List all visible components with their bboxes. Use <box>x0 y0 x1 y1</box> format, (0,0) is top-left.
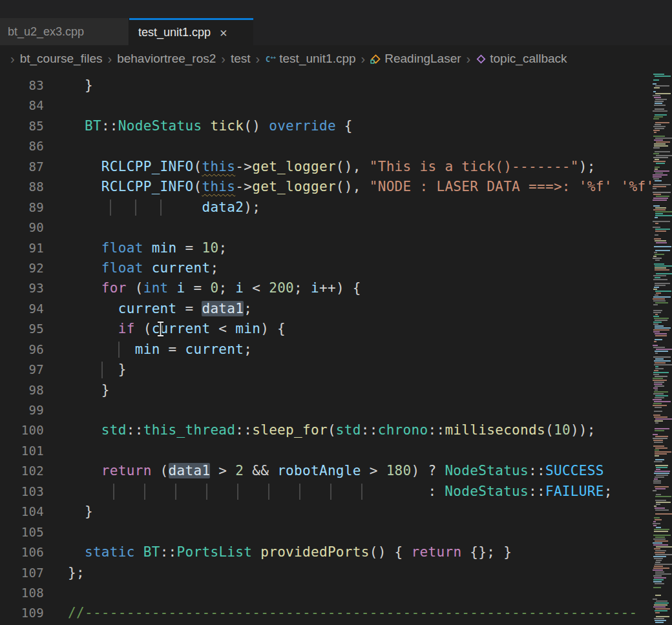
minimap-line <box>655 327 671 329</box>
code-line[interactable]: 95 if (current < min) { <box>0 319 651 339</box>
minimap-line <box>655 103 662 104</box>
close-icon[interactable]: × <box>220 26 227 39</box>
line-number: 90 <box>0 218 44 238</box>
code-line[interactable]: 106 static BT::PortsList providedPorts()… <box>0 542 651 562</box>
code-token: ( <box>545 422 554 438</box>
tab-bt_u2_ex3[interactable]: bt_u2_ex3.cpp <box>0 18 129 45</box>
code-token: current <box>185 342 244 357</box>
code-token: get_logger <box>252 179 336 194</box>
code-token: this <box>202 159 235 174</box>
minimap-line <box>656 163 666 164</box>
code-token: } <box>68 382 110 398</box>
breadcrumb-item[interactable]: behaviortree_ros2 <box>117 52 216 66</box>
code-token: 180 <box>386 463 412 478</box>
code-line[interactable]: 92 float current; <box>0 258 651 278</box>
code-line[interactable]: 104 } <box>0 502 651 522</box>
code-line[interactable]: 84 <box>0 96 651 116</box>
minimap-line <box>653 227 660 228</box>
code-token: :: <box>361 422 378 438</box>
minimap-line <box>653 176 662 178</box>
code-token: NodeStatus <box>445 484 529 499</box>
code-text: data2); <box>44 198 260 218</box>
code-text: }; <box>44 563 85 583</box>
code-token: ( <box>328 422 336 438</box>
code-token <box>68 342 135 357</box>
code-line[interactable]: 101 <box>0 441 651 461</box>
code-token: < <box>244 280 269 296</box>
code-line[interactable]: 100 std::this_thread::sleep_for(std::chr… <box>0 420 651 440</box>
minimap-line <box>655 385 664 387</box>
line-number: 105 <box>0 522 44 542</box>
minimap-line <box>653 74 664 75</box>
breadcrumb-label: topic_callback <box>490 52 567 66</box>
minimap-line <box>653 279 667 280</box>
code-line[interactable]: 88 RCLCPP_INFO(this->get_logger(), "NODE… <box>0 177 651 197</box>
code-token: get_logger <box>252 159 336 174</box>
minimap-line <box>653 556 666 557</box>
code-token <box>68 321 118 336</box>
breadcrumb-item[interactable]: ReadingLaser <box>370 52 461 66</box>
minimap[interactable] <box>651 72 672 625</box>
minimap-line <box>653 188 656 189</box>
code-line[interactable]: 85 BT::NodeStatus tick() override { <box>0 116 651 136</box>
code-line[interactable]: 90 <box>0 218 651 238</box>
code-line[interactable]: 94 current = data1; <box>0 299 651 319</box>
code-token: ( <box>152 463 169 478</box>
minimap-line <box>654 170 669 172</box>
code-token: = <box>185 280 211 296</box>
indent-guide <box>268 484 269 500</box>
code-line[interactable]: 98 } <box>0 380 651 400</box>
code-token <box>68 260 101 276</box>
breadcrumb-item[interactable]: C++test_unit1.cpp <box>265 52 355 66</box>
code-token: :: <box>127 422 143 438</box>
minimap-line <box>653 186 666 187</box>
minimap-line <box>655 285 666 286</box>
code-line[interactable]: 87 RCLCPP_INFO(this->get_logger(), "This… <box>0 157 651 177</box>
breadcrumb-item[interactable]: bt_course_files <box>20 52 103 66</box>
minimap-line <box>654 391 669 393</box>
minimap-line <box>653 399 662 400</box>
minimap-line <box>654 116 662 118</box>
code-line[interactable]: 91 float min = 10; <box>0 238 651 258</box>
code-line[interactable]: 93 for (int i = 0; i < 200; i++) { <box>0 278 651 298</box>
code-line[interactable]: 99 <box>0 400 651 420</box>
breadcrumb-item[interactable]: topic_callback <box>476 52 567 66</box>
minimap-line <box>655 610 667 611</box>
code-line[interactable]: 107}; <box>0 563 651 583</box>
code-token <box>68 422 101 438</box>
code-line[interactable]: 105 <box>0 522 651 542</box>
code-line[interactable]: 86 <box>0 136 651 156</box>
code-token: 10 <box>202 240 218 256</box>
code-line[interactable]: 103 : NodeStatus::FAILURE; <box>0 482 651 502</box>
minimap-line <box>653 345 658 346</box>
code-line[interactable]: 109//-----------------------------------… <box>0 603 651 623</box>
code-token <box>68 301 118 316</box>
breadcrumb-item[interactable]: test <box>231 52 251 66</box>
code-line[interactable]: 108 <box>0 583 651 603</box>
code-text: current = data1; <box>44 299 252 319</box>
code-line[interactable]: 102 return (data1 > 2 && robotAngle > 18… <box>0 461 651 481</box>
minimap-line <box>655 550 666 551</box>
minimap-line <box>653 194 661 195</box>
code-token: }; <box>68 565 85 580</box>
code-token: ); <box>244 200 260 215</box>
minimap-line <box>654 360 671 362</box>
code-text <box>44 522 68 542</box>
code-token: i <box>235 280 244 296</box>
minimap-line <box>655 108 664 110</box>
code-line[interactable]: 97 } <box>0 360 651 380</box>
minimap-line <box>653 568 669 569</box>
code-text <box>44 583 68 603</box>
code-token: = <box>177 301 202 316</box>
minimap-line <box>655 223 658 224</box>
line-number: 100 <box>0 420 44 440</box>
code-line[interactable]: 83 } <box>0 76 651 96</box>
code-token: FAILURE <box>545 484 604 499</box>
code-line[interactable]: 89 data2); <box>0 198 651 218</box>
code-token: for <box>101 280 127 296</box>
code-token: } <box>68 504 93 519</box>
tab-test_unit1[interactable]: test_unit1.cpp × <box>129 18 253 45</box>
code-line[interactable]: 96 min = current; <box>0 340 651 360</box>
minimap-line <box>653 200 666 201</box>
editor[interactable]: 83 }8485 BT::NodeStatus tick() override … <box>0 72 651 625</box>
